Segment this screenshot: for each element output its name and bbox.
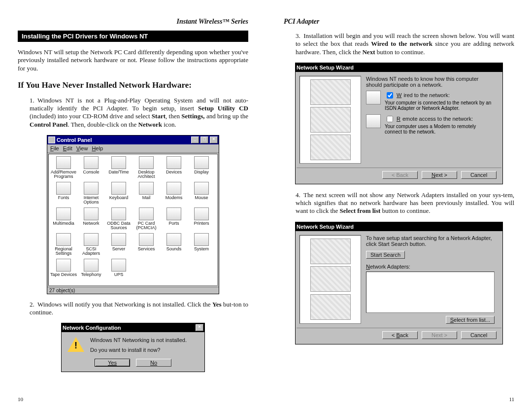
cp-item[interactable]: Mouse — [188, 182, 215, 207]
server-icon — [310, 239, 351, 264]
desktop-icon — [310, 266, 351, 292]
cp-label: SCSI Adapters — [77, 247, 105, 256]
cp-item[interactable]: Desktop Architect — [133, 156, 160, 182]
select-from-list-button[interactable]: Select from list... — [446, 316, 495, 324]
remote-desc: Your computer uses a Modem to remotely c… — [385, 124, 495, 135]
close-button[interactable]: × — [196, 324, 203, 331]
page-number: 10 — [18, 396, 23, 402]
cp-item[interactable]: SCSI Adapters — [77, 233, 105, 259]
titlebar[interactable]: Control Panel _ □ × — [47, 136, 219, 144]
step-3: 3. Installation will begin and you will … — [284, 32, 514, 56]
cp-icon — [194, 233, 209, 246]
close-button[interactable]: × — [210, 137, 218, 143]
titlebar[interactable]: Network Setup Wizard — [296, 63, 502, 72]
cp-item[interactable]: UPS — [105, 259, 133, 284]
cp-icon — [56, 233, 71, 246]
cp-icon — [166, 156, 181, 169]
cp-label: Internet Options — [77, 196, 105, 205]
next-button[interactable]: Next > — [422, 171, 457, 179]
minimize-button[interactable]: _ — [191, 137, 199, 143]
yes-button[interactable]: Yes — [95, 359, 130, 367]
wizard-intro: To have setup start searching for a Netw… — [366, 235, 495, 247]
cancel-button[interactable]: Cancel — [461, 331, 497, 339]
cp-label: Mouse — [195, 196, 208, 200]
cp-icon — [84, 182, 99, 195]
cp-item[interactable]: Regional Settings — [50, 233, 77, 259]
cp-label: Add/Remove Programs — [50, 170, 77, 179]
cp-item[interactable]: PC Card (PCMCIA) — [133, 207, 160, 233]
warning-icon — [67, 337, 84, 352]
cp-icon — [84, 207, 99, 220]
cp-item[interactable]: Devices — [160, 156, 188, 182]
wired-desc: Your computer is connected to the networ… — [385, 100, 495, 111]
menu-view[interactable]: View — [76, 145, 88, 151]
cp-label: Printers — [194, 221, 209, 226]
cp-item[interactable]: Console — [77, 156, 105, 182]
cp-item[interactable]: Telephony — [77, 259, 105, 284]
no-button[interactable]: No — [136, 359, 171, 367]
next-button: Next > — [422, 331, 457, 339]
cp-item[interactable]: Network — [77, 207, 105, 233]
cp-item[interactable]: Mail — [133, 182, 160, 207]
cp-label: PC Card (PCMCIA) — [133, 221, 160, 230]
titlebar[interactable]: Network Configuration × — [62, 323, 204, 332]
cp-item[interactable]: Server — [105, 233, 133, 259]
menu-file[interactable]: File — [50, 145, 59, 151]
menu-edit[interactable]: Edit — [63, 145, 72, 151]
back-button[interactable]: < Back — [382, 331, 418, 339]
cp-item[interactable]: Ports — [160, 207, 188, 233]
control-panel-window: Control Panel _ □ × File Edit View Help … — [47, 135, 219, 294]
adapters-listbox[interactable] — [366, 272, 495, 313]
cp-label: Devices — [166, 170, 182, 174]
cp-item[interactable]: Printers — [188, 207, 215, 233]
cp-icon — [84, 259, 99, 272]
cp-icon — [56, 182, 71, 195]
cp-item[interactable]: Sounds — [160, 233, 188, 259]
cp-icon — [166, 182, 181, 195]
step-4: 4. The next screen will not show any Net… — [284, 191, 514, 215]
cp-item[interactable]: System — [188, 233, 215, 259]
cp-label: Ports — [168, 221, 179, 226]
cp-label: Keyboard — [109, 196, 129, 200]
cp-label: System — [194, 247, 209, 251]
menu-help[interactable]: Help — [92, 145, 103, 151]
cp-item[interactable]: Fonts — [50, 182, 77, 207]
cp-item[interactable]: Modems — [160, 182, 188, 207]
cp-item[interactable]: Keyboard — [105, 182, 133, 207]
control-panel-canvas: Add/Remove ProgramsConsoleDate/TimeDeskt… — [48, 154, 218, 286]
subheading: If You Have Never Installed Network Hard… — [18, 80, 248, 90]
cp-icon — [111, 156, 126, 169]
wired-checkbox[interactable] — [387, 92, 393, 99]
option-remote: Remote access to the network: Your compu… — [366, 114, 495, 135]
cp-item[interactable]: ODBC Data Sources — [105, 207, 133, 233]
cp-item[interactable]: Date/Time — [105, 156, 133, 182]
adapters-label: Network Adapters: — [366, 264, 495, 270]
cp-item[interactable]: Display — [188, 156, 215, 182]
cp-item[interactable]: Tape Devices — [50, 259, 77, 284]
cp-label: Network — [83, 221, 99, 226]
cp-label: ODBC Data Sources — [105, 221, 133, 230]
titlebar[interactable]: Network Setup Wizard — [296, 222, 502, 231]
remote-checkbox-label[interactable]: Remote access to the network: — [385, 114, 495, 124]
wizard-buttons: < Back Next > Cancel — [297, 168, 501, 184]
cp-icon — [111, 182, 126, 195]
cp-label: UPS — [114, 273, 124, 277]
cancel-button[interactable]: Cancel — [461, 171, 497, 179]
cp-icon — [194, 207, 209, 220]
wired-checkbox-label[interactable]: Wired to the network: — [385, 91, 495, 100]
cp-item[interactable]: Services — [133, 233, 160, 259]
cp-item[interactable]: Internet Options — [77, 182, 105, 207]
cp-icon — [139, 156, 154, 169]
cp-label: Mail — [142, 196, 151, 200]
network-adapter-icon — [366, 91, 381, 104]
step-2: 2. Windows will notify you that Networki… — [18, 301, 248, 317]
maximize-button[interactable]: □ — [200, 137, 208, 143]
cp-icon — [56, 156, 71, 169]
network-setup-wizard-1: Network Setup Wizard Windows NT needs to… — [295, 63, 503, 184]
cp-item[interactable]: Multimedia — [50, 207, 77, 233]
wizard-body: To have setup start searching for a Netw… — [296, 231, 502, 328]
start-search-button[interactable]: Start Search — [366, 251, 405, 259]
remote-checkbox[interactable] — [387, 116, 393, 122]
cp-item[interactable]: Add/Remove Programs — [50, 156, 77, 182]
cp-icon — [56, 259, 71, 272]
